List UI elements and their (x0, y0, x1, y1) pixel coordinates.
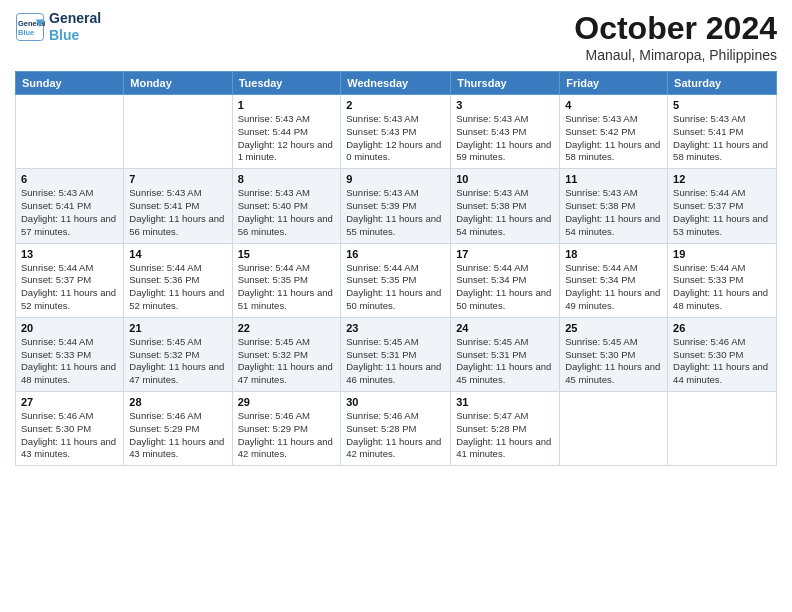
calendar-week-row: 13Sunrise: 5:44 AMSunset: 5:37 PMDayligh… (16, 243, 777, 317)
calendar-cell: 30Sunrise: 5:46 AMSunset: 5:28 PMDayligh… (341, 392, 451, 466)
calendar-cell: 9Sunrise: 5:43 AMSunset: 5:39 PMDaylight… (341, 169, 451, 243)
logo: General Blue General Blue (15, 10, 101, 44)
day-info: Sunrise: 5:44 AMSunset: 5:35 PMDaylight:… (238, 262, 336, 313)
title-block: October 2024 Manaul, Mimaropa, Philippin… (574, 10, 777, 63)
calendar-cell: 2Sunrise: 5:43 AMSunset: 5:43 PMDaylight… (341, 95, 451, 169)
calendar-header-saturday: Saturday (668, 72, 777, 95)
day-info: Sunrise: 5:46 AMSunset: 5:29 PMDaylight:… (238, 410, 336, 461)
day-info: Sunrise: 5:45 AMSunset: 5:31 PMDaylight:… (456, 336, 554, 387)
day-number: 7 (129, 173, 226, 185)
day-number: 10 (456, 173, 554, 185)
calendar-cell: 8Sunrise: 5:43 AMSunset: 5:40 PMDaylight… (232, 169, 341, 243)
calendar-cell: 6Sunrise: 5:43 AMSunset: 5:41 PMDaylight… (16, 169, 124, 243)
day-number: 15 (238, 248, 336, 260)
calendar-cell: 24Sunrise: 5:45 AMSunset: 5:31 PMDayligh… (451, 317, 560, 391)
logo-icon: General Blue (15, 12, 45, 42)
day-info: Sunrise: 5:46 AMSunset: 5:28 PMDaylight:… (346, 410, 445, 461)
calendar-cell: 28Sunrise: 5:46 AMSunset: 5:29 PMDayligh… (124, 392, 232, 466)
day-number: 8 (238, 173, 336, 185)
day-number: 21 (129, 322, 226, 334)
day-number: 12 (673, 173, 771, 185)
calendar-cell: 29Sunrise: 5:46 AMSunset: 5:29 PMDayligh… (232, 392, 341, 466)
day-number: 29 (238, 396, 336, 408)
day-number: 13 (21, 248, 118, 260)
calendar-cell: 4Sunrise: 5:43 AMSunset: 5:42 PMDaylight… (560, 95, 668, 169)
page: General Blue General Blue October 2024 M… (0, 0, 792, 612)
calendar-cell: 15Sunrise: 5:44 AMSunset: 5:35 PMDayligh… (232, 243, 341, 317)
day-info: Sunrise: 5:43 AMSunset: 5:39 PMDaylight:… (346, 187, 445, 238)
day-number: 6 (21, 173, 118, 185)
day-number: 23 (346, 322, 445, 334)
day-number: 24 (456, 322, 554, 334)
day-info: Sunrise: 5:44 AMSunset: 5:37 PMDaylight:… (673, 187, 771, 238)
day-number: 18 (565, 248, 662, 260)
calendar-cell: 25Sunrise: 5:45 AMSunset: 5:30 PMDayligh… (560, 317, 668, 391)
calendar-cell: 16Sunrise: 5:44 AMSunset: 5:35 PMDayligh… (341, 243, 451, 317)
calendar-cell: 23Sunrise: 5:45 AMSunset: 5:31 PMDayligh… (341, 317, 451, 391)
day-number: 30 (346, 396, 445, 408)
calendar-cell: 13Sunrise: 5:44 AMSunset: 5:37 PMDayligh… (16, 243, 124, 317)
day-info: Sunrise: 5:43 AMSunset: 5:41 PMDaylight:… (129, 187, 226, 238)
logo-line2: Blue (49, 27, 101, 44)
day-number: 1 (238, 99, 336, 111)
day-info: Sunrise: 5:43 AMSunset: 5:43 PMDaylight:… (456, 113, 554, 164)
calendar-cell: 11Sunrise: 5:43 AMSunset: 5:38 PMDayligh… (560, 169, 668, 243)
calendar-header-sunday: Sunday (16, 72, 124, 95)
day-number: 20 (21, 322, 118, 334)
day-info: Sunrise: 5:44 AMSunset: 5:35 PMDaylight:… (346, 262, 445, 313)
day-number: 22 (238, 322, 336, 334)
day-info: Sunrise: 5:43 AMSunset: 5:41 PMDaylight:… (673, 113, 771, 164)
calendar-week-row: 20Sunrise: 5:44 AMSunset: 5:33 PMDayligh… (16, 317, 777, 391)
day-number: 17 (456, 248, 554, 260)
day-info: Sunrise: 5:45 AMSunset: 5:32 PMDaylight:… (129, 336, 226, 387)
calendar-cell: 20Sunrise: 5:44 AMSunset: 5:33 PMDayligh… (16, 317, 124, 391)
day-info: Sunrise: 5:45 AMSunset: 5:31 PMDaylight:… (346, 336, 445, 387)
day-info: Sunrise: 5:46 AMSunset: 5:29 PMDaylight:… (129, 410, 226, 461)
day-number: 31 (456, 396, 554, 408)
day-number: 3 (456, 99, 554, 111)
day-number: 5 (673, 99, 771, 111)
calendar-header-thursday: Thursday (451, 72, 560, 95)
calendar-cell: 5Sunrise: 5:43 AMSunset: 5:41 PMDaylight… (668, 95, 777, 169)
day-number: 16 (346, 248, 445, 260)
calendar-header-tuesday: Tuesday (232, 72, 341, 95)
calendar-cell: 18Sunrise: 5:44 AMSunset: 5:34 PMDayligh… (560, 243, 668, 317)
calendar-cell (560, 392, 668, 466)
month-title: October 2024 (574, 10, 777, 47)
day-info: Sunrise: 5:43 AMSunset: 5:38 PMDaylight:… (565, 187, 662, 238)
logo-text: General Blue (49, 10, 101, 44)
header: General Blue General Blue October 2024 M… (15, 10, 777, 63)
calendar-cell: 27Sunrise: 5:46 AMSunset: 5:30 PMDayligh… (16, 392, 124, 466)
day-info: Sunrise: 5:44 AMSunset: 5:33 PMDaylight:… (21, 336, 118, 387)
calendar-cell: 1Sunrise: 5:43 AMSunset: 5:44 PMDaylight… (232, 95, 341, 169)
calendar-cell: 19Sunrise: 5:44 AMSunset: 5:33 PMDayligh… (668, 243, 777, 317)
calendar-header-row: SundayMondayTuesdayWednesdayThursdayFrid… (16, 72, 777, 95)
location: Manaul, Mimaropa, Philippines (574, 47, 777, 63)
calendar-cell: 10Sunrise: 5:43 AMSunset: 5:38 PMDayligh… (451, 169, 560, 243)
day-info: Sunrise: 5:44 AMSunset: 5:34 PMDaylight:… (565, 262, 662, 313)
day-number: 19 (673, 248, 771, 260)
calendar-week-row: 27Sunrise: 5:46 AMSunset: 5:30 PMDayligh… (16, 392, 777, 466)
svg-text:Blue: Blue (18, 27, 34, 36)
day-number: 25 (565, 322, 662, 334)
day-info: Sunrise: 5:43 AMSunset: 5:38 PMDaylight:… (456, 187, 554, 238)
calendar-cell: 21Sunrise: 5:45 AMSunset: 5:32 PMDayligh… (124, 317, 232, 391)
calendar-week-row: 6Sunrise: 5:43 AMSunset: 5:41 PMDaylight… (16, 169, 777, 243)
calendar-cell: 12Sunrise: 5:44 AMSunset: 5:37 PMDayligh… (668, 169, 777, 243)
day-number: 11 (565, 173, 662, 185)
day-info: Sunrise: 5:47 AMSunset: 5:28 PMDaylight:… (456, 410, 554, 461)
day-number: 26 (673, 322, 771, 334)
day-number: 28 (129, 396, 226, 408)
calendar-cell (124, 95, 232, 169)
calendar-header-monday: Monday (124, 72, 232, 95)
day-info: Sunrise: 5:44 AMSunset: 5:36 PMDaylight:… (129, 262, 226, 313)
calendar-cell: 17Sunrise: 5:44 AMSunset: 5:34 PMDayligh… (451, 243, 560, 317)
day-number: 14 (129, 248, 226, 260)
day-info: Sunrise: 5:43 AMSunset: 5:41 PMDaylight:… (21, 187, 118, 238)
day-info: Sunrise: 5:43 AMSunset: 5:40 PMDaylight:… (238, 187, 336, 238)
calendar-cell: 22Sunrise: 5:45 AMSunset: 5:32 PMDayligh… (232, 317, 341, 391)
calendar-cell: 26Sunrise: 5:46 AMSunset: 5:30 PMDayligh… (668, 317, 777, 391)
calendar-table: SundayMondayTuesdayWednesdayThursdayFrid… (15, 71, 777, 466)
calendar-cell (668, 392, 777, 466)
day-info: Sunrise: 5:43 AMSunset: 5:44 PMDaylight:… (238, 113, 336, 164)
